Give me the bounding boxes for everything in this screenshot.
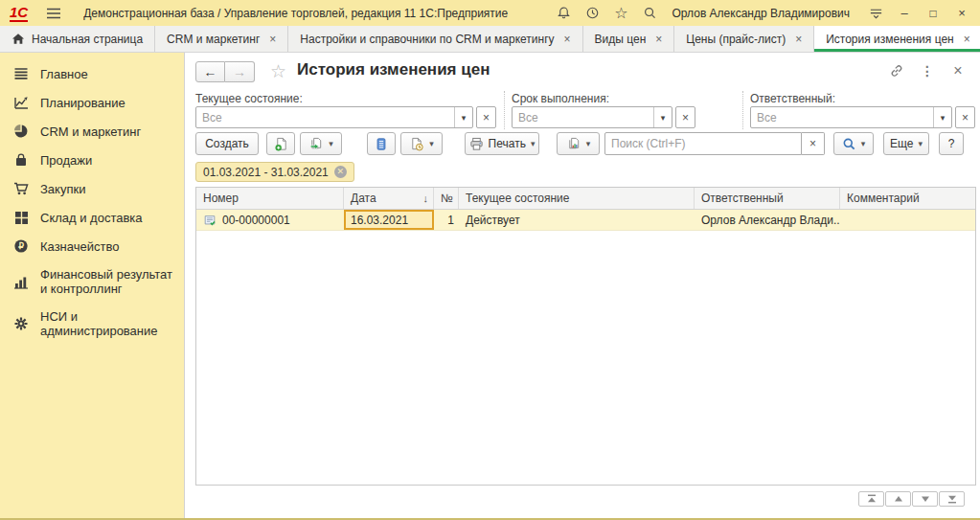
list-settings-button[interactable] <box>367 132 396 155</box>
tab-close-icon[interactable]: × <box>564 33 571 46</box>
dropdown-arrow-icon: ▾ <box>586 140 591 148</box>
forward-button[interactable]: → <box>225 61 255 82</box>
search-icon[interactable] <box>637 4 662 23</box>
close-window-button[interactable]: × <box>949 4 974 23</box>
add-to-favorites-star-icon[interactable]: ☆ <box>270 62 286 80</box>
pie-chart-icon <box>12 124 30 139</box>
dropdown-arrow-icon: ▾ <box>918 140 923 148</box>
filter-state-clear-icon[interactable]: × <box>476 106 496 128</box>
sidebar-item-main[interactable]: Главное <box>0 59 184 88</box>
printer-icon <box>469 137 484 151</box>
tab-crm-marketing[interactable]: CRM и маркетинг × <box>155 26 288 52</box>
cell-number[interactable]: 00-00000001 <box>196 210 344 230</box>
history-icon[interactable] <box>580 4 604 23</box>
cell-num[interactable]: 1 <box>434 210 459 230</box>
cell-state[interactable]: Действует <box>459 210 695 230</box>
search-group: × <box>604 132 825 155</box>
cell-comment[interactable] <box>840 210 975 230</box>
tab-close-icon[interactable]: × <box>964 33 970 46</box>
tab-home[interactable]: Начальная страница <box>0 26 155 52</box>
copy-button[interactable]: ▾ <box>300 132 342 155</box>
filter-responsible-clear-icon[interactable]: × <box>955 106 975 128</box>
search-input[interactable] <box>604 132 802 155</box>
tab-price-change-history[interactable]: История изменения цен × <box>814 26 980 52</box>
sidebar-item-crm-marketing[interactable]: CRM и маркетинг <box>0 117 184 146</box>
sidebar-item-planning[interactable]: Планирование <box>0 88 184 117</box>
column-label: Текущее состояние <box>466 192 569 205</box>
tab-price-list[interactable]: Цены (прайс-лист) × <box>674 26 814 52</box>
tab-label: Настройки и справочники по CRM и маркети… <box>300 33 554 46</box>
column-header-num[interactable]: № <box>434 188 459 209</box>
tab-price-kinds[interactable]: Виды цен × <box>583 26 675 52</box>
advanced-search-button[interactable]: ▾ <box>833 132 874 155</box>
next-page-icon[interactable] <box>912 491 938 507</box>
collapse-panels-icon[interactable] <box>863 4 888 23</box>
app-title: Демонстрационная база / Управление торго… <box>83 7 508 20</box>
column-header-state[interactable]: Текущее состояние <box>459 188 695 209</box>
dropdown-arrow-icon[interactable]: ▾ <box>933 107 951 127</box>
dropdown-arrow-icon[interactable]: ▾ <box>454 107 472 127</box>
minimize-button[interactable]: – <box>892 4 917 23</box>
back-button[interactable]: ← <box>195 61 225 82</box>
sidebar-item-sales[interactable]: Продажи <box>0 146 184 174</box>
go-to-last-icon[interactable] <box>939 491 965 507</box>
search-clear-icon[interactable]: × <box>802 132 825 155</box>
filter-state-input[interactable]: Все ▾ <box>195 106 473 128</box>
column-header-responsible[interactable]: Ответственный <box>695 188 840 209</box>
filter-responsible-input[interactable]: Все ▾ <box>750 106 952 128</box>
period-filter-chip[interactable]: 01.03.2021 - 31.03.2021 ✕ <box>195 162 354 182</box>
dropdown-arrow-icon: ▾ <box>329 140 333 148</box>
filter-state-value: Все <box>196 107 454 127</box>
copy-document-icon <box>308 137 324 151</box>
tab-close-icon[interactable]: × <box>795 33 802 46</box>
set-period-button[interactable]: ▾ <box>400 132 443 155</box>
tab-crm-settings[interactable]: Настройки и справочники по CRM и маркети… <box>288 26 582 52</box>
sidebar-item-administration[interactable]: НСИ и администрирование <box>0 303 184 345</box>
remove-period-filter-icon[interactable]: ✕ <box>334 166 347 178</box>
tab-label: Начальная страница <box>32 33 143 46</box>
column-header-comment[interactable]: Комментарий <box>840 188 975 209</box>
dropdown-arrow-icon: ▾ <box>429 140 434 148</box>
filter-deadline-input[interactable]: Все ▾ <box>512 106 672 128</box>
dropdown-arrow-icon[interactable]: ▾ <box>653 107 672 127</box>
cell-responsible[interactable]: Орлов Александр Влади... <box>695 210 840 230</box>
column-header-number[interactable]: Номер <box>196 188 344 209</box>
column-header-date[interactable]: Дата ↓ <box>344 188 434 209</box>
filter-separator <box>742 91 743 129</box>
go-to-first-icon[interactable] <box>858 491 884 507</box>
document-clock-icon <box>409 137 424 151</box>
sidebar-item-label: Продажи <box>40 153 92 168</box>
column-label: Ответственный <box>701 192 784 205</box>
help-button[interactable]: ? <box>939 132 964 155</box>
sidebar-item-financial-result[interactable]: Финансовый результат и контроллинг <box>0 260 184 303</box>
favorites-star-icon[interactable]: ☆ <box>608 4 633 23</box>
get-link-icon[interactable] <box>888 63 905 79</box>
table-row[interactable]: 00-00000001 16.03.2021 1 Действует Орлов… <box>196 210 975 231</box>
more-actions-button[interactable]: Еще ▾ <box>883 132 929 155</box>
sidebar-item-purchases[interactable]: Закупки <box>0 174 184 203</box>
close-form-icon[interactable]: × <box>949 63 967 79</box>
tab-bar: Начальная страница CRM и маркетинг × Нас… <box>0 26 980 53</box>
current-user[interactable]: Орлов Александр Владимирович <box>672 7 850 20</box>
sidebar-item-warehouse[interactable]: Склад и доставка <box>0 203 184 232</box>
previous-page-icon[interactable] <box>885 491 911 507</box>
cell-date-selected[interactable]: 16.03.2021 <box>344 210 434 230</box>
magnifier-icon <box>842 137 856 151</box>
tab-label: CRM и маркетинг <box>167 33 260 46</box>
create-group-button[interactable] <box>266 132 295 155</box>
page-title: История изменения цен <box>297 60 490 79</box>
main-menu-icon[interactable] <box>41 4 66 23</box>
sidebar-item-treasury[interactable]: ₽ Казначейство <box>0 232 184 260</box>
date-value: 16.03.2021 <box>351 214 408 227</box>
create-button[interactable]: Создать <box>195 132 259 155</box>
output-list-button[interactable]: ▾ <box>557 132 600 155</box>
more-menu-icon[interactable]: ⋮ <box>919 63 936 79</box>
menu-lines-icon <box>12 66 30 81</box>
tab-close-icon[interactable]: × <box>655 33 662 46</box>
maximize-button[interactable]: □ <box>921 4 946 23</box>
home-icon <box>11 33 25 45</box>
print-button[interactable]: Печать ▾ <box>465 132 539 155</box>
filter-deadline-clear-icon[interactable]: × <box>675 106 695 128</box>
tab-close-icon[interactable]: × <box>269 33 276 46</box>
notifications-bell-icon[interactable] <box>551 4 576 23</box>
